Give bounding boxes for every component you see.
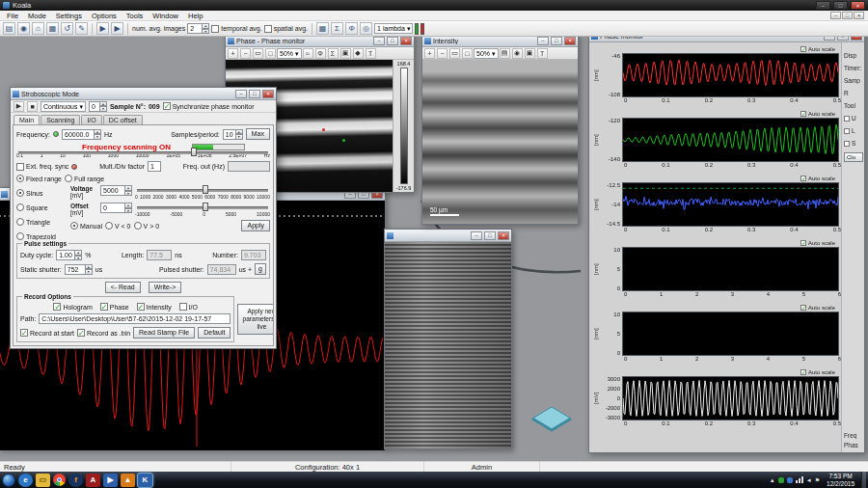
export-icon[interactable]: ▣ (525, 48, 535, 59)
record-phase-checkbox[interactable]: ✓Phase (100, 303, 129, 311)
sum-icon[interactable]: Σ (331, 22, 343, 35)
temporal-avg-checkbox[interactable]: temporal avg. (211, 25, 261, 33)
sum-icon[interactable]: Σ (328, 48, 339, 59)
taskbar-ie-icon[interactable]: e (18, 474, 33, 487)
close-button[interactable]: × (400, 37, 412, 45)
taskbar-adobe-reader-icon[interactable]: A (86, 474, 100, 487)
manual-radio[interactable]: Manual (70, 222, 102, 230)
camera-icon[interactable]: ◉ (17, 22, 30, 35)
full-range-radio[interactable]: Full range (65, 175, 104, 182)
v-pos-radio[interactable]: V > 0 (134, 222, 160, 230)
close-button[interactable]: × (851, 37, 862, 41)
menu-mode[interactable]: Mode (23, 12, 51, 20)
taskbar-koala-icon[interactable]: K (138, 474, 152, 487)
minimize-button[interactable]: – (824, 37, 835, 41)
voltage-spinner[interactable]: ▲▼ (125, 185, 132, 196)
maximize-button[interactable]: □ (249, 90, 260, 98)
camera-icon[interactable]: ◉ (512, 48, 523, 59)
side-checkbox-s[interactable]: S (844, 140, 863, 147)
hologram-grid-icon[interactable]: ▦ (46, 22, 59, 35)
frequency-slider-thumb[interactable] (191, 148, 197, 156)
menu-file[interactable]: File (2, 12, 23, 20)
app-close-button[interactable]: × (851, 1, 865, 10)
start-button[interactable] (2, 474, 15, 487)
edit-icon[interactable]: ✎ (75, 22, 88, 35)
taskbar-firefox-icon[interactable]: f (68, 474, 83, 487)
num-avg-input[interactable]: 2 ▲▼ (187, 23, 209, 34)
tilt-icon[interactable]: T (366, 48, 376, 59)
voltage-input[interactable]: 5000 ▲▼ (100, 185, 132, 196)
run-continuous-icon[interactable]: ▶ (111, 22, 123, 35)
read-button[interactable]: <- Read (105, 282, 141, 293)
tilt-icon[interactable]: T (537, 48, 548, 59)
record-as-bin-checkbox[interactable]: ✓ Record as .bin (77, 329, 130, 337)
wave-shape-sinus-radio[interactable]: Sinus (16, 189, 67, 197)
grid-icon[interactable]: ▦ (316, 22, 329, 35)
side-checkbox-u[interactable]: U (844, 115, 863, 122)
intensity-zoom-select[interactable]: 50% ▾ (474, 48, 499, 59)
taskbar-chrome-icon[interactable] (53, 474, 66, 486)
export-icon[interactable]: ▣ (340, 48, 351, 59)
menu-help[interactable]: Help (183, 12, 207, 20)
mdi-close-button[interactable]: × (854, 12, 864, 19)
view-3d-icon[interactable]: ◆ (353, 48, 364, 59)
phase-icon[interactable]: Φ (345, 22, 358, 35)
show-desktop-button[interactable] (861, 472, 866, 488)
apply-button[interactable]: Apply (241, 220, 270, 231)
path-input[interactable]: C:\Users\User\Desktop\User\57-62\2015-12… (39, 313, 231, 324)
frequency-input[interactable]: 60000.0 ▲▼ (62, 129, 101, 140)
taskbar-media-player-icon[interactable]: ▶ (103, 474, 118, 487)
menu-settings[interactable]: Settings (51, 12, 87, 20)
auto-scale-checkbox[interactable]: ✓Auto scale (800, 46, 835, 52)
mdi-restore-button[interactable]: □ (842, 12, 853, 19)
action-center-icon[interactable]: ⚑ (815, 476, 820, 483)
phase-window-titlebar[interactable]: Phase - Phase monitor – □ × (226, 37, 414, 47)
wave-shape-square-radio[interactable]: Square (16, 203, 67, 211)
shutter-small-button[interactable]: g (255, 263, 266, 275)
voltage-value[interactable]: 5000 (100, 185, 125, 196)
record-io-checkbox[interactable]: I/O (179, 303, 198, 311)
zoom-100-icon[interactable]: □ (462, 48, 473, 59)
grid-icon[interactable]: ▤ (500, 48, 510, 59)
duty-spinner[interactable]: ▲▼ (75, 250, 82, 260)
voltage-slider-thumb[interactable] (203, 185, 208, 194)
minimize-button[interactable]: – (537, 37, 549, 45)
lambda-select[interactable]: 1 lambda ▾ (374, 23, 413, 34)
wave-shape-triangle-radio[interactable]: Triangle (16, 218, 67, 226)
offset-slider-thumb[interactable] (203, 203, 208, 211)
read-stamp-file-button[interactable]: Read Stamp File (133, 327, 195, 339)
zoom-100-icon[interactable]: □ (265, 48, 276, 59)
record-intensity-checkbox[interactable]: ✓Intensity (137, 303, 172, 311)
mult-div-value[interactable]: 1 (148, 161, 161, 172)
tray-app-icon-green[interactable] (778, 477, 784, 483)
side-close-button[interactable]: Clo (844, 152, 863, 162)
frequency-value[interactable]: 60000.0 (62, 129, 95, 140)
offset-value[interactable]: 0 (100, 203, 125, 213)
auto-scale-checkbox[interactable]: ✓Auto scale (800, 305, 835, 311)
frequency-spinner[interactable]: ▲▼ (95, 129, 101, 140)
close-button[interactable]: × (564, 37, 576, 45)
samples-input[interactable]: 10 ▲▼ (223, 129, 243, 140)
mode-select[interactable]: Continuous ▾ (41, 101, 86, 112)
frequency-slider[interactable] (18, 148, 268, 149)
phase-zoom-select[interactable]: 50% ▾ (277, 48, 302, 59)
maximize-button[interactable]: □ (484, 231, 496, 240)
samples-spinner[interactable]: ▲▼ (236, 129, 243, 140)
tab-io[interactable]: I/O (81, 115, 101, 124)
zoom-in-icon[interactable]: + (424, 48, 435, 59)
tab-dc-offset[interactable]: DC offset (103, 115, 143, 124)
zoom-in-icon[interactable]: + (228, 48, 238, 59)
apply-live-button[interactable]: Apply new parameters in live (237, 304, 274, 335)
auto-scale-checkbox[interactable]: ✓Auto scale (800, 240, 835, 246)
record-at-start-checkbox[interactable]: ✓ Record at start (20, 329, 74, 337)
maximize-button[interactable]: □ (837, 37, 849, 41)
minimize-button[interactable]: – (373, 37, 385, 45)
offset-spinner[interactable]: ▲▼ (125, 203, 132, 213)
tab-scanning[interactable]: Scanning (41, 115, 80, 124)
num-avg-value[interactable]: 2 (187, 23, 203, 34)
taskbar-vlc-icon[interactable]: ▲ (121, 474, 135, 487)
spatial-avg-checkbox[interactable]: spatial avg. (264, 25, 308, 33)
static-shutter-spinner[interactable]: ▲▼ (86, 264, 93, 275)
iteration-value[interactable]: 0 (89, 101, 100, 112)
static-shutter-value[interactable]: 752 (65, 264, 86, 275)
